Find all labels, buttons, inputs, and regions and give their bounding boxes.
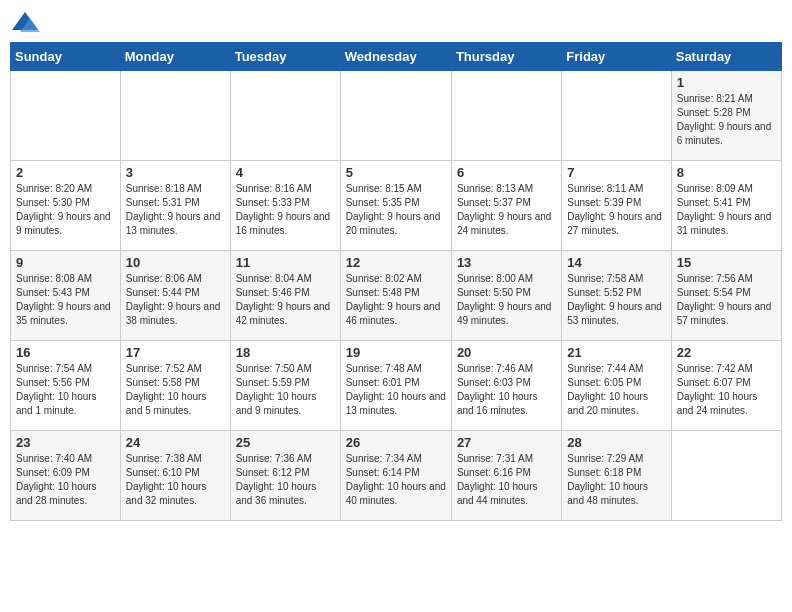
calendar-cell: 17Sunrise: 7:52 AM Sunset: 5:58 PM Dayli…	[120, 341, 230, 431]
day-info: Sunrise: 7:34 AM Sunset: 6:14 PM Dayligh…	[346, 452, 446, 508]
calendar-cell: 24Sunrise: 7:38 AM Sunset: 6:10 PM Dayli…	[120, 431, 230, 521]
calendar-cell: 22Sunrise: 7:42 AM Sunset: 6:07 PM Dayli…	[671, 341, 781, 431]
day-number: 28	[567, 435, 665, 450]
day-number: 18	[236, 345, 335, 360]
day-info: Sunrise: 7:36 AM Sunset: 6:12 PM Dayligh…	[236, 452, 335, 508]
calendar-cell: 1Sunrise: 8:21 AM Sunset: 5:28 PM Daylig…	[671, 71, 781, 161]
day-number: 19	[346, 345, 446, 360]
calendar-cell	[120, 71, 230, 161]
calendar-cell: 13Sunrise: 8:00 AM Sunset: 5:50 PM Dayli…	[451, 251, 561, 341]
calendar-cell: 16Sunrise: 7:54 AM Sunset: 5:56 PM Dayli…	[11, 341, 121, 431]
calendar-cell: 27Sunrise: 7:31 AM Sunset: 6:16 PM Dayli…	[451, 431, 561, 521]
calendar-cell	[230, 71, 340, 161]
day-number: 4	[236, 165, 335, 180]
calendar-cell: 18Sunrise: 7:50 AM Sunset: 5:59 PM Dayli…	[230, 341, 340, 431]
weekday-header-row: SundayMondayTuesdayWednesdayThursdayFrid…	[11, 43, 782, 71]
weekday-header-thursday: Thursday	[451, 43, 561, 71]
day-number: 7	[567, 165, 665, 180]
calendar-cell: 2Sunrise: 8:20 AM Sunset: 5:30 PM Daylig…	[11, 161, 121, 251]
day-info: Sunrise: 8:13 AM Sunset: 5:37 PM Dayligh…	[457, 182, 556, 238]
day-number: 14	[567, 255, 665, 270]
day-info: Sunrise: 8:11 AM Sunset: 5:39 PM Dayligh…	[567, 182, 665, 238]
day-info: Sunrise: 7:54 AM Sunset: 5:56 PM Dayligh…	[16, 362, 115, 418]
day-number: 1	[677, 75, 776, 90]
day-info: Sunrise: 7:50 AM Sunset: 5:59 PM Dayligh…	[236, 362, 335, 418]
day-number: 20	[457, 345, 556, 360]
day-info: Sunrise: 7:40 AM Sunset: 6:09 PM Dayligh…	[16, 452, 115, 508]
day-info: Sunrise: 8:20 AM Sunset: 5:30 PM Dayligh…	[16, 182, 115, 238]
day-info: Sunrise: 8:18 AM Sunset: 5:31 PM Dayligh…	[126, 182, 225, 238]
day-info: Sunrise: 8:08 AM Sunset: 5:43 PM Dayligh…	[16, 272, 115, 328]
calendar-week-row: 16Sunrise: 7:54 AM Sunset: 5:56 PM Dayli…	[11, 341, 782, 431]
calendar-cell: 4Sunrise: 8:16 AM Sunset: 5:33 PM Daylig…	[230, 161, 340, 251]
day-info: Sunrise: 8:04 AM Sunset: 5:46 PM Dayligh…	[236, 272, 335, 328]
calendar-cell	[451, 71, 561, 161]
calendar-cell: 26Sunrise: 7:34 AM Sunset: 6:14 PM Dayli…	[340, 431, 451, 521]
calendar-cell: 21Sunrise: 7:44 AM Sunset: 6:05 PM Dayli…	[562, 341, 671, 431]
day-number: 2	[16, 165, 115, 180]
calendar-week-row: 23Sunrise: 7:40 AM Sunset: 6:09 PM Dayli…	[11, 431, 782, 521]
day-info: Sunrise: 7:44 AM Sunset: 6:05 PM Dayligh…	[567, 362, 665, 418]
day-info: Sunrise: 8:16 AM Sunset: 5:33 PM Dayligh…	[236, 182, 335, 238]
calendar-cell: 28Sunrise: 7:29 AM Sunset: 6:18 PM Dayli…	[562, 431, 671, 521]
calendar-cell	[340, 71, 451, 161]
weekday-header-saturday: Saturday	[671, 43, 781, 71]
day-info: Sunrise: 7:52 AM Sunset: 5:58 PM Dayligh…	[126, 362, 225, 418]
day-info: Sunrise: 8:09 AM Sunset: 5:41 PM Dayligh…	[677, 182, 776, 238]
day-number: 21	[567, 345, 665, 360]
day-info: Sunrise: 8:02 AM Sunset: 5:48 PM Dayligh…	[346, 272, 446, 328]
day-info: Sunrise: 8:21 AM Sunset: 5:28 PM Dayligh…	[677, 92, 776, 148]
calendar-cell: 15Sunrise: 7:56 AM Sunset: 5:54 PM Dayli…	[671, 251, 781, 341]
day-info: Sunrise: 7:38 AM Sunset: 6:10 PM Dayligh…	[126, 452, 225, 508]
day-info: Sunrise: 7:56 AM Sunset: 5:54 PM Dayligh…	[677, 272, 776, 328]
day-number: 12	[346, 255, 446, 270]
calendar-cell: 23Sunrise: 7:40 AM Sunset: 6:09 PM Dayli…	[11, 431, 121, 521]
calendar-cell: 3Sunrise: 8:18 AM Sunset: 5:31 PM Daylig…	[120, 161, 230, 251]
day-number: 17	[126, 345, 225, 360]
day-number: 24	[126, 435, 225, 450]
day-info: Sunrise: 7:31 AM Sunset: 6:16 PM Dayligh…	[457, 452, 556, 508]
calendar-cell: 8Sunrise: 8:09 AM Sunset: 5:41 PM Daylig…	[671, 161, 781, 251]
day-number: 3	[126, 165, 225, 180]
day-number: 13	[457, 255, 556, 270]
calendar-cell: 14Sunrise: 7:58 AM Sunset: 5:52 PM Dayli…	[562, 251, 671, 341]
day-info: Sunrise: 7:46 AM Sunset: 6:03 PM Dayligh…	[457, 362, 556, 418]
day-number: 27	[457, 435, 556, 450]
day-number: 23	[16, 435, 115, 450]
day-info: Sunrise: 7:29 AM Sunset: 6:18 PM Dayligh…	[567, 452, 665, 508]
calendar-cell: 20Sunrise: 7:46 AM Sunset: 6:03 PM Dayli…	[451, 341, 561, 431]
weekday-header-tuesday: Tuesday	[230, 43, 340, 71]
day-number: 10	[126, 255, 225, 270]
calendar-cell: 6Sunrise: 8:13 AM Sunset: 5:37 PM Daylig…	[451, 161, 561, 251]
calendar: SundayMondayTuesdayWednesdayThursdayFrid…	[10, 42, 782, 521]
calendar-cell: 11Sunrise: 8:04 AM Sunset: 5:46 PM Dayli…	[230, 251, 340, 341]
logo	[10, 10, 44, 34]
day-number: 9	[16, 255, 115, 270]
day-info: Sunrise: 8:00 AM Sunset: 5:50 PM Dayligh…	[457, 272, 556, 328]
calendar-week-row: 9Sunrise: 8:08 AM Sunset: 5:43 PM Daylig…	[11, 251, 782, 341]
day-number: 22	[677, 345, 776, 360]
weekday-header-sunday: Sunday	[11, 43, 121, 71]
calendar-cell	[671, 431, 781, 521]
day-info: Sunrise: 7:58 AM Sunset: 5:52 PM Dayligh…	[567, 272, 665, 328]
calendar-cell	[11, 71, 121, 161]
calendar-cell: 25Sunrise: 7:36 AM Sunset: 6:12 PM Dayli…	[230, 431, 340, 521]
calendar-cell: 5Sunrise: 8:15 AM Sunset: 5:35 PM Daylig…	[340, 161, 451, 251]
day-number: 5	[346, 165, 446, 180]
weekday-header-friday: Friday	[562, 43, 671, 71]
calendar-week-row: 2Sunrise: 8:20 AM Sunset: 5:30 PM Daylig…	[11, 161, 782, 251]
day-info: Sunrise: 7:42 AM Sunset: 6:07 PM Dayligh…	[677, 362, 776, 418]
calendar-cell: 19Sunrise: 7:48 AM Sunset: 6:01 PM Dayli…	[340, 341, 451, 431]
day-number: 6	[457, 165, 556, 180]
weekday-header-wednesday: Wednesday	[340, 43, 451, 71]
calendar-cell: 10Sunrise: 8:06 AM Sunset: 5:44 PM Dayli…	[120, 251, 230, 341]
calendar-cell: 12Sunrise: 8:02 AM Sunset: 5:48 PM Dayli…	[340, 251, 451, 341]
day-number: 25	[236, 435, 335, 450]
logo-icon	[10, 10, 40, 34]
weekday-header-monday: Monday	[120, 43, 230, 71]
day-number: 26	[346, 435, 446, 450]
day-number: 16	[16, 345, 115, 360]
header	[10, 10, 782, 34]
calendar-week-row: 1Sunrise: 8:21 AM Sunset: 5:28 PM Daylig…	[11, 71, 782, 161]
calendar-cell: 7Sunrise: 8:11 AM Sunset: 5:39 PM Daylig…	[562, 161, 671, 251]
